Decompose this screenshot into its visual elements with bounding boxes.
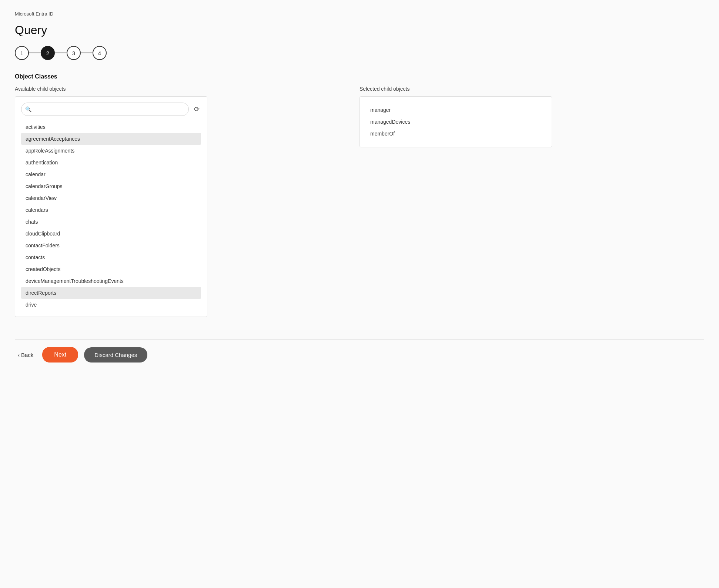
breadcrumb[interactable]: Microsoft Entra ID: [15, 11, 53, 17]
available-items-list: activities agreementAcceptances appRoleA…: [21, 121, 201, 311]
list-item[interactable]: authentication: [21, 157, 201, 168]
list-item[interactable]: createdObjects: [21, 263, 201, 275]
object-classes-section: Object Classes Available child objects 🔍…: [15, 73, 704, 317]
list-item[interactable]: cloudClipboard: [21, 228, 201, 240]
list-item[interactable]: agreementAcceptances: [21, 133, 201, 145]
list-item[interactable]: contacts: [21, 251, 201, 263]
list-item[interactable]: activities: [21, 121, 201, 133]
step-1[interactable]: 1: [15, 46, 29, 60]
list-item[interactable]: contactFolders: [21, 240, 201, 251]
step-connector-1-2: [29, 53, 41, 53]
search-input[interactable]: [21, 103, 189, 116]
bottom-bar: ‹ Back Next Discard Changes: [15, 339, 704, 363]
list-item[interactable]: directReports: [21, 287, 201, 299]
list-item[interactable]: calendar: [21, 168, 201, 180]
step-circle-4: 4: [93, 46, 107, 60]
page-title: Query: [15, 23, 704, 37]
selected-item[interactable]: manager: [369, 104, 543, 116]
step-2[interactable]: 2: [41, 46, 55, 60]
list-item[interactable]: deviceManagementTroubleshootingEvents: [21, 275, 201, 287]
list-item[interactable]: chats: [21, 216, 201, 228]
available-column: Available child objects 🔍 ⟳ activities a…: [15, 86, 360, 317]
search-row: 🔍 ⟳: [21, 103, 201, 116]
next-button[interactable]: Next: [42, 347, 78, 363]
back-chevron-icon: ‹: [18, 352, 20, 358]
discard-button[interactable]: Discard Changes: [84, 347, 147, 363]
list-item[interactable]: drive: [21, 299, 201, 311]
selected-column: Selected child objects manager managedDe…: [360, 86, 704, 317]
selected-panel: manager managedDevices memberOf: [360, 96, 552, 147]
refresh-button[interactable]: ⟳: [193, 104, 201, 115]
step-3[interactable]: 3: [67, 46, 81, 60]
back-button[interactable]: ‹ Back: [15, 350, 36, 360]
available-label: Available child objects: [15, 86, 360, 92]
search-input-wrapper: 🔍: [21, 103, 189, 116]
selected-label: Selected child objects: [360, 86, 704, 92]
search-icon: 🔍: [25, 106, 31, 112]
step-circle-1: 1: [15, 46, 29, 60]
step-4[interactable]: 4: [93, 46, 107, 60]
page-container: Microsoft Entra ID Query 1 2 3 4 Object …: [0, 0, 719, 588]
section-title: Object Classes: [15, 73, 704, 80]
step-circle-3: 3: [67, 46, 81, 60]
list-item[interactable]: appRoleAssignments: [21, 145, 201, 157]
step-connector-2-3: [55, 53, 67, 53]
available-panel: 🔍 ⟳ activities agreementAcceptances appR…: [15, 96, 207, 317]
selected-item[interactable]: managedDevices: [369, 116, 543, 128]
step-connector-3-4: [81, 53, 93, 53]
list-item[interactable]: calendarGroups: [21, 180, 201, 192]
stepper: 1 2 3 4: [15, 46, 704, 60]
selected-item[interactable]: memberOf: [369, 128, 543, 140]
list-item[interactable]: calendarView: [21, 192, 201, 204]
step-circle-2: 2: [41, 46, 55, 60]
list-item[interactable]: calendars: [21, 204, 201, 216]
columns-wrapper: Available child objects 🔍 ⟳ activities a…: [15, 86, 704, 317]
